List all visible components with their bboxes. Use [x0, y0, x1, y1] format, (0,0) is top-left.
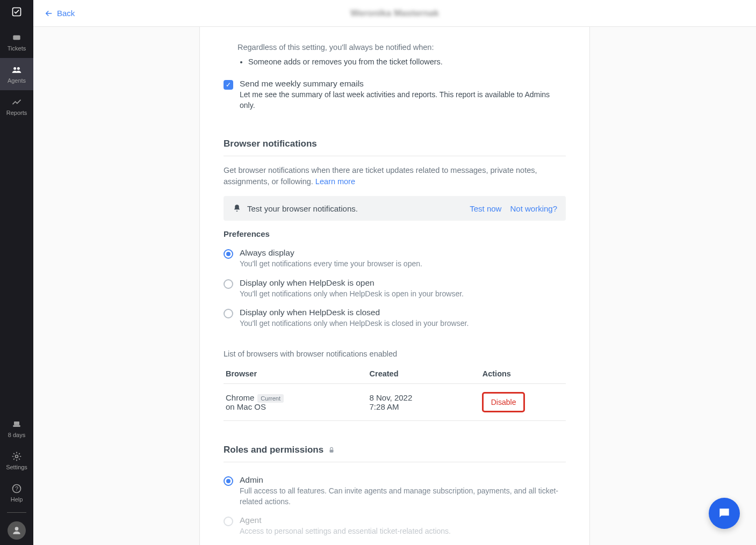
svg-point-2: [13, 67, 16, 70]
nav-label: Agents: [8, 77, 26, 84]
browser-list-caption: List of browsers with browser notificati…: [224, 348, 566, 360]
back-button[interactable]: Back: [44, 9, 75, 18]
lock-icon: [328, 446, 335, 454]
opt-label: Display only when HelpDesk is closed: [240, 308, 469, 317]
avatar[interactable]: [8, 521, 26, 540]
svg-rect-1: [13, 35, 20, 40]
nav-label: 8 days: [8, 432, 25, 438]
left-column: [33, 27, 200, 545]
main-content: Regardless of this setting, you'll alway…: [200, 27, 589, 545]
weekly-checkbox[interactable]: ✓: [224, 80, 233, 90]
table-row: ChromeCurrent on Mac OS 8 Nov, 2022 7:28…: [224, 384, 566, 421]
email-notify-section: Regardless of this setting, you'll alway…: [224, 38, 566, 128]
divider: [7, 512, 26, 513]
nav-settings[interactable]: Settings: [0, 445, 33, 477]
opt-desc: Full access to all features. Can invite …: [240, 486, 566, 507]
th-created: Created: [368, 364, 480, 384]
right-column: [589, 27, 756, 545]
notify-bullet: Someone adds or removes you from the tic…: [248, 56, 566, 67]
test-now-link[interactable]: Test now: [470, 204, 501, 213]
svg-point-3: [17, 67, 20, 70]
section-heading: Browser notifications: [224, 132, 566, 156]
weekly-title: Send me weekly summary emails: [240, 79, 566, 89]
chat-icon: [717, 506, 731, 520]
svg-rect-5: [13, 425, 20, 427]
opt-label: Admin: [240, 475, 566, 485]
svg-point-6: [16, 455, 18, 458]
nav-logo[interactable]: [0, 0, 33, 26]
section-heading: Roles and permissions: [224, 438, 566, 462]
browser-name: Chrome: [226, 393, 254, 402]
opt-desc: Access to personal settings and essentia…: [240, 526, 451, 537]
nav-label: Tickets: [8, 45, 26, 52]
svg-rect-4: [14, 422, 19, 425]
current-badge: Current: [257, 394, 284, 403]
roles-section: Roles and permissions AdminFull access t…: [224, 434, 566, 545]
nav-tickets[interactable]: Tickets: [0, 26, 33, 58]
topbar: Back Weronika Masternak: [33, 0, 756, 27]
weekly-desc: Let me see the summary of last week acti…: [240, 90, 566, 111]
browser-table: Browser Created Actions ChromeCurrent on…: [224, 364, 566, 421]
prefs-heading: Preferences: [224, 229, 566, 238]
th-actions: Actions: [480, 364, 566, 384]
opt-label: Agent: [240, 515, 451, 525]
opt-label: Always display: [240, 248, 422, 258]
chat-fab[interactable]: [709, 498, 740, 529]
bell-icon: [232, 204, 242, 213]
radio-open[interactable]: [224, 279, 233, 289]
browser-desc: Get browser notifications when there are…: [224, 165, 566, 187]
page-title: Weronika Masternak: [350, 8, 439, 19]
arrow-left-icon: [44, 9, 54, 18]
svg-point-9: [15, 527, 19, 531]
always-notify-text: Regardless of this setting, you'll alway…: [237, 42, 566, 53]
disable-button[interactable]: Disable: [483, 393, 525, 412]
radio-admin[interactable]: [224, 476, 233, 486]
not-working-link[interactable]: Not working?: [510, 204, 557, 213]
browser-notify-section: Browser notifications Get browser notifi…: [224, 128, 566, 434]
th-browser: Browser: [224, 364, 368, 384]
nav-trial[interactable]: 8 days: [0, 412, 33, 445]
nav-help[interactable]: ? Help: [0, 477, 33, 509]
browser-os: on Mac OS: [226, 402, 266, 411]
opt-desc: You'll get notifications only when HelpD…: [240, 289, 464, 300]
sidebar: Tickets Agents Reports 8 days Settings ?…: [0, 0, 33, 545]
radio-closed[interactable]: [224, 309, 233, 318]
nav-label: Help: [11, 496, 23, 503]
back-label: Back: [57, 9, 75, 18]
test-notify-box: Test your browser notifications. Test no…: [224, 196, 566, 221]
radio-agent[interactable]: [224, 517, 233, 526]
test-label: Test your browser notifications.: [247, 204, 358, 213]
nav-agents[interactable]: Agents: [0, 58, 33, 90]
nav-reports[interactable]: Reports: [0, 90, 33, 122]
opt-label: Display only when HelpDesk is open: [240, 278, 464, 288]
nav-label: Settings: [6, 464, 27, 470]
learn-more-link[interactable]: Learn more: [315, 177, 355, 186]
nav-label: Reports: [6, 110, 27, 116]
svg-rect-10: [330, 449, 334, 452]
created-date: 8 Nov, 2022: [370, 393, 413, 402]
opt-desc: You'll get notifications only when HelpD…: [240, 318, 469, 329]
opt-desc: You'll get notifications every time your…: [240, 259, 422, 270]
radio-always[interactable]: [224, 249, 233, 259]
created-time: 7:28 AM: [370, 402, 399, 411]
svg-text:?: ?: [15, 485, 18, 492]
